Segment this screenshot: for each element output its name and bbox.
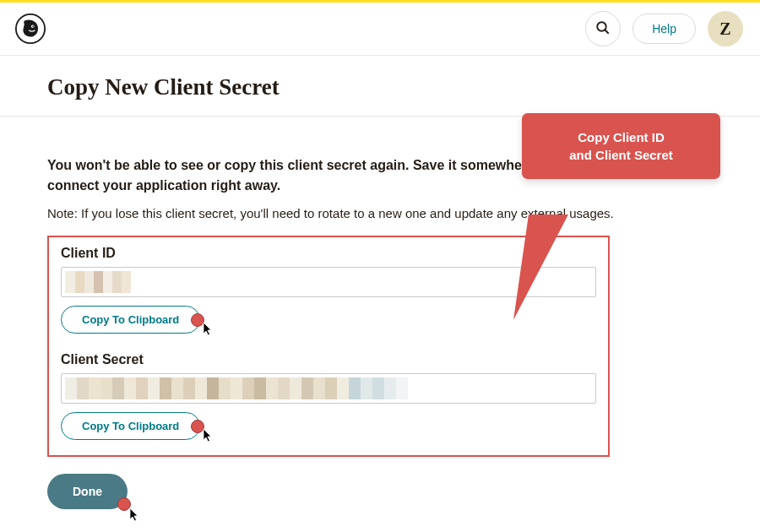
annotation-dot [117,497,131,511]
svg-line-4 [605,30,609,34]
done-button[interactable]: Done [47,474,128,509]
page-title: Copy New Client Secret [47,74,713,100]
header: Help Z [0,3,760,56]
svg-point-2 [32,25,34,27]
cursor-icon [129,508,141,523]
annotation-dot [191,313,204,327]
annotation-dot [191,420,204,433]
search-button[interactable] [585,11,621,46]
note-text: Note: If you lose this client secret, yo… [47,206,713,220]
cursor-icon [203,428,214,443]
logo-mailchimp[interactable] [15,14,46,44]
search-icon [595,20,611,38]
svg-marker-5 [513,214,568,320]
main-content: Copy Client ID and Client Secret You won… [0,117,760,509]
svg-point-3 [597,22,606,31]
done-button-label: Done [73,485,102,498]
copy-client-id-button[interactable]: Copy To Clipboard [61,306,200,334]
redacted-value [65,377,592,399]
copy-button-label: Copy To Clipboard [82,313,179,326]
client-secret-label: Client Secret [61,352,596,367]
cursor-icon [203,322,214,337]
callout-line1: Copy Client ID [535,128,707,146]
help-button[interactable]: Help [632,14,696,44]
copy-button-label: Copy To Clipboard [82,420,179,432]
title-section: Copy New Client Secret [0,56,760,117]
callout-line2: and Client Secret [535,146,707,164]
annotation-callout: Copy Client ID and Client Secret [522,113,720,179]
copy-client-secret-button[interactable]: Copy To Clipboard [61,412,200,440]
client-secret-input[interactable] [61,373,596,404]
avatar[interactable]: Z [708,11,743,46]
client-secret-group: Client Secret [61,352,596,440]
